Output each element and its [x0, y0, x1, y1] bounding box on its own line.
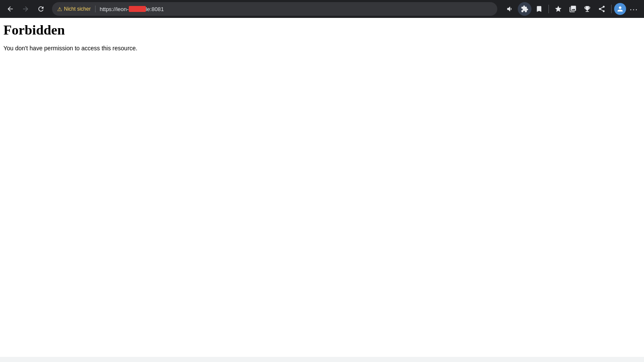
collections-button[interactable]	[566, 2, 580, 16]
address-bar[interactable]: ⚠ Nicht sicher https://leon-le:8081	[52, 2, 497, 16]
reload-icon	[37, 5, 45, 13]
share-button[interactable]	[595, 2, 609, 16]
browser-addon-button[interactable]	[518, 2, 531, 16]
page-title: Forbidden	[3, 22, 641, 38]
toolbar-divider-1	[548, 5, 549, 13]
profile-button[interactable]	[614, 3, 626, 15]
rewards-button[interactable]	[580, 2, 594, 16]
scrollbar-area[interactable]	[0, 357, 644, 362]
toolbar-divider-2	[611, 5, 612, 13]
star-button[interactable]	[551, 2, 565, 16]
read-aloud-button[interactable]	[503, 2, 517, 16]
favorites-button[interactable]	[532, 2, 546, 16]
more-options-icon: ···	[629, 4, 638, 14]
security-warning: ⚠ Nicht sicher	[57, 6, 91, 12]
url-suffix: le:8081	[146, 6, 164, 12]
reload-button[interactable]	[34, 2, 48, 16]
url-redacted	[129, 6, 146, 12]
more-options-button[interactable]: ···	[627, 2, 641, 16]
favorites-icon	[535, 5, 543, 13]
forward-button[interactable]	[19, 2, 32, 16]
star-icon	[554, 5, 562, 13]
back-button[interactable]	[3, 2, 17, 16]
collections-icon	[569, 5, 577, 13]
rewards-icon	[583, 5, 591, 13]
url-display: https://leon-le:8081	[100, 6, 492, 12]
warning-icon: ⚠	[57, 6, 62, 12]
back-icon	[6, 5, 14, 13]
page-message: You don't have permission to access this…	[3, 45, 641, 52]
page-content: Forbidden You don't have permission to a…	[0, 18, 644, 362]
toolbar-icons: ···	[503, 2, 641, 16]
address-divider	[95, 6, 96, 12]
url-prefix: https://leon-	[100, 6, 129, 12]
share-icon	[598, 5, 606, 13]
security-label: Nicht sicher	[64, 6, 91, 12]
forward-icon	[22, 5, 29, 13]
browser-addon-icon	[521, 5, 528, 13]
read-aloud-icon	[506, 5, 514, 13]
profile-icon	[614, 3, 626, 15]
browser-toolbar: ⚠ Nicht sicher https://leon-le:8081	[0, 0, 644, 18]
person-icon	[616, 5, 624, 13]
